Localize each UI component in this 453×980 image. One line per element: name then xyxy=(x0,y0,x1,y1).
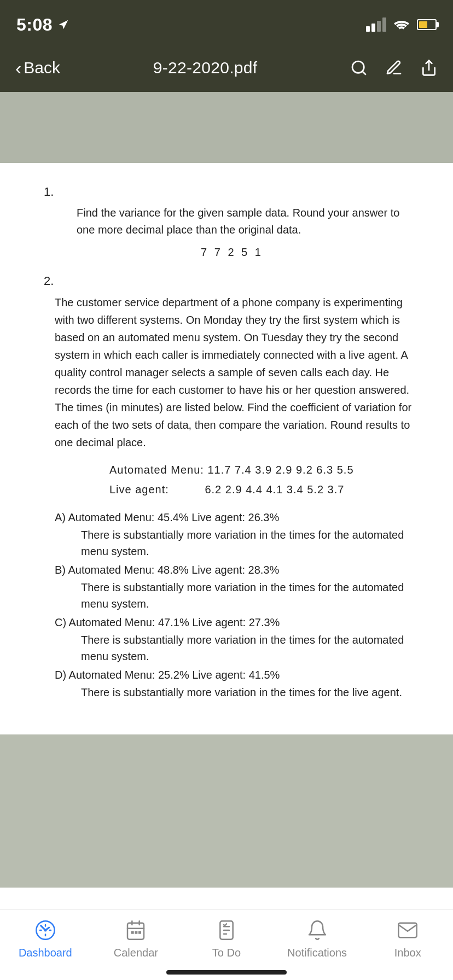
svg-rect-9 xyxy=(135,931,138,934)
svg-point-3 xyxy=(44,929,47,932)
wifi-icon xyxy=(393,19,410,31)
notifications-icon xyxy=(305,918,329,942)
option-d: D) Automated Menu: 25.2% Live agent: 41.… xyxy=(55,667,420,701)
question-1-text: Find the variance for the given sample d… xyxy=(77,205,420,238)
status-time: 5:08 xyxy=(16,15,53,35)
nav-bar: ‹ Back 9-22-2020.pdf xyxy=(0,44,453,92)
svg-rect-4 xyxy=(127,923,144,940)
tab-dashboard[interactable]: Dashboard xyxy=(13,918,78,959)
edit-icon[interactable] xyxy=(385,59,403,77)
option-c: C) Automated Menu: 47.1% Live agent: 27.… xyxy=(55,614,420,664)
option-a-sub: There is substantially more variation in… xyxy=(81,527,420,559)
option-c-label: C) Automated Menu: 47.1% Live agent: 27.… xyxy=(55,614,420,631)
todo-icon xyxy=(214,918,239,942)
location-arrow-icon xyxy=(58,19,69,30)
status-icons xyxy=(366,18,437,32)
tab-notifications-label: Notifications xyxy=(287,947,347,959)
tab-inbox[interactable]: Inbox xyxy=(375,918,440,959)
back-button[interactable]: ‹ Back xyxy=(15,59,60,77)
tab-calendar[interactable]: Calendar xyxy=(103,918,169,959)
data-row-automated: Automated Menu: 11.7 7.4 3.9 2.9 9.2 6.3… xyxy=(109,460,420,480)
battery-icon xyxy=(417,19,437,30)
status-bar: 5:08 xyxy=(0,0,453,44)
option-d-sub: There is substantially more variation in… xyxy=(81,684,420,701)
question-2-body: The customer service department of a pho… xyxy=(55,294,420,701)
question-2-number: 2. xyxy=(44,274,420,288)
tab-bar: Dashboard Calendar xyxy=(0,909,453,980)
search-icon[interactable] xyxy=(350,59,368,77)
option-b: B) Automated Menu: 48.8% Live agent: 28.… xyxy=(55,562,420,612)
option-c-sub: There is substantially more variation in… xyxy=(81,632,420,664)
tab-todo-label: To Do xyxy=(212,947,241,959)
tab-calendar-label: Calendar xyxy=(114,947,158,959)
back-chevron-icon: ‹ xyxy=(15,59,21,77)
signal-icon xyxy=(366,18,386,32)
question-1-number: 1. xyxy=(44,185,420,199)
question-2: 2. The customer service department of a … xyxy=(44,274,420,701)
calendar-icon xyxy=(124,918,148,942)
tab-notifications[interactable]: Notifications xyxy=(284,918,350,959)
data-row-live: Live agent: 6.2 2.9 4.4 4.1 3.4 5.2 3.7 xyxy=(109,480,420,499)
tab-todo[interactable]: To Do xyxy=(194,918,259,959)
nav-actions xyxy=(350,59,438,77)
question-1: 1. Find the variance for the given sampl… xyxy=(44,185,420,259)
option-a: A) Automated Menu: 45.4% Live agent: 26.… xyxy=(55,509,420,559)
inbox-icon xyxy=(396,918,420,942)
answer-options: A) Automated Menu: 45.4% Live agent: 26.… xyxy=(55,509,420,701)
question-1-data: 7 7 2 5 1 xyxy=(44,246,420,259)
home-indicator xyxy=(166,970,287,975)
tab-inbox-label: Inbox xyxy=(394,947,421,959)
gray-spacer-top xyxy=(0,92,453,163)
svg-line-1 xyxy=(362,71,365,74)
option-b-label: B) Automated Menu: 48.8% Live agent: 28.… xyxy=(55,562,420,578)
option-d-label: D) Automated Menu: 25.2% Live agent: 41.… xyxy=(55,667,420,683)
tab-dashboard-label: Dashboard xyxy=(19,947,72,959)
back-label: Back xyxy=(24,59,60,77)
gray-spacer-bottom xyxy=(0,734,453,888)
option-a-label: A) Automated Menu: 45.4% Live agent: 26.… xyxy=(55,509,420,526)
pdf-content: 1. Find the variance for the given sampl… xyxy=(0,163,453,734)
nav-title: 9-22-2020.pdf xyxy=(153,59,258,77)
question-2-data-table: Automated Menu: 11.7 7.4 3.9 2.9 9.2 6.3… xyxy=(109,460,420,499)
svg-rect-8 xyxy=(131,931,134,934)
option-b-sub: There is substantially more variation in… xyxy=(81,579,420,612)
question-2-intro: The customer service department of a pho… xyxy=(55,294,420,451)
share-icon[interactable] xyxy=(420,59,438,77)
svg-rect-10 xyxy=(138,931,141,934)
dashboard-icon xyxy=(33,918,57,942)
